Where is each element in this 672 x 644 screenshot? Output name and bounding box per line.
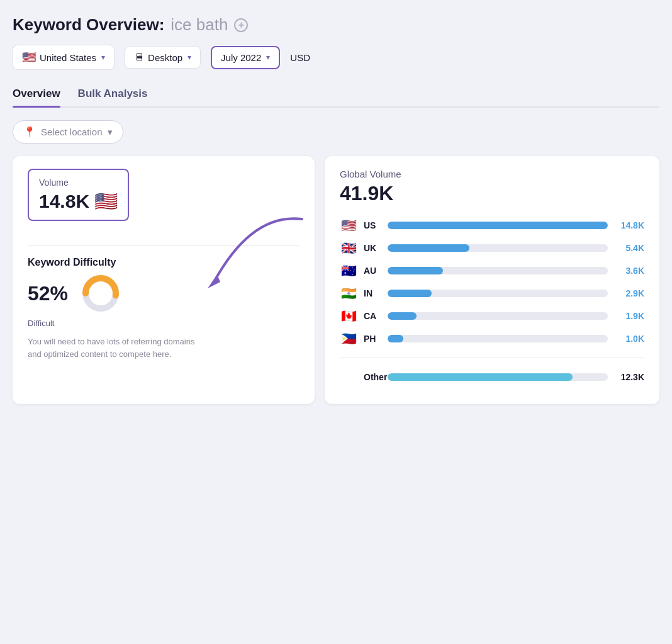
kd-percent: 52% (28, 282, 68, 305)
divider (28, 245, 300, 246)
tabs: Overview Bulk Analysis (13, 88, 659, 108)
us-bar-container (388, 222, 608, 229)
au-bar-container (388, 267, 608, 274)
au-value: 3.6K (614, 266, 644, 276)
au-flag: 🇦🇺 (340, 263, 357, 278)
country-chevron-icon: ▾ (101, 53, 105, 62)
other-value: 12.3K (614, 372, 644, 382)
in-value: 2.9K (614, 288, 644, 298)
page-title: Keyword Overview: ice bath + (13, 15, 659, 35)
volume-keyword-difficulty-card: Volume 14.8K 🇺🇸 Keyword Difficulty 52% D… (13, 156, 315, 404)
ca-bar-fill (388, 312, 417, 320)
uk-bar-container (388, 244, 608, 252)
date-selector[interactable]: July 2022 ▾ (211, 46, 280, 69)
ph-bar-container (388, 335, 608, 342)
title-prefix: Keyword Overview: (13, 15, 164, 35)
kd-row: 52% (28, 273, 300, 314)
country-selector[interactable]: 🇺🇸 United States ▾ (13, 45, 115, 70)
country-row-ph: 🇵🇭 PH 1.0K (340, 331, 644, 346)
in-bar-fill (388, 290, 432, 297)
global-volume-card: Global Volume 41.9K 🇺🇸 US 14.8K 🇬🇧 UK 5.… (325, 156, 659, 404)
country-label: United States (40, 52, 96, 63)
device-selector[interactable]: Desktop ▾ (125, 46, 201, 69)
us-flag: 🇺🇸 (340, 218, 357, 233)
volume-box: Volume 14.8K 🇺🇸 (28, 169, 129, 221)
in-code: IN (364, 288, 381, 298)
tab-overview[interactable]: Overview (13, 88, 60, 106)
us-code: US (364, 220, 381, 230)
device-label: Desktop (148, 52, 182, 63)
toolbar: 🇺🇸 United States ▾ Desktop ▾ July 2022 ▾… (13, 45, 659, 70)
date-chevron-icon: ▾ (266, 53, 270, 62)
other-bar-fill (388, 373, 573, 381)
other-label: Other (364, 372, 381, 382)
date-label: July 2022 (221, 52, 261, 63)
ph-bar-fill (388, 335, 403, 342)
location-chevron-icon: ▾ (108, 127, 113, 138)
cards-container: Volume 14.8K 🇺🇸 Keyword Difficulty 52% D… (13, 156, 659, 404)
us-value: 14.8K (614, 220, 644, 230)
au-code: AU (364, 266, 381, 276)
device-chevron-icon: ▾ (188, 53, 191, 62)
kd-rating: Difficult (28, 319, 300, 328)
country-row-ca: 🇨🇦 CA 1.9K (340, 308, 644, 324)
monitor-icon (134, 52, 144, 63)
country-flag: 🇺🇸 (22, 50, 36, 64)
currency-label: USD (290, 52, 310, 63)
country-row-uk: 🇬🇧 UK 5.4K (340, 240, 644, 256)
volume-label: Volume (39, 178, 118, 188)
ca-code: CA (364, 311, 381, 321)
add-keyword-icon[interactable]: + (234, 18, 248, 32)
global-volume-label: Global Volume (340, 169, 644, 179)
kd-label: Keyword Difficulty (28, 257, 300, 268)
us-bar-fill (388, 222, 608, 229)
uk-bar-fill (388, 244, 469, 252)
ph-flag: 🇵🇭 (340, 331, 357, 346)
global-divider (340, 358, 644, 358)
au-bar-fill (388, 267, 443, 274)
uk-flag: 🇬🇧 (340, 240, 357, 256)
kd-donut-chart (81, 273, 121, 314)
in-flag: 🇮🇳 (340, 286, 357, 301)
in-bar-container (388, 290, 608, 297)
location-select-dropdown[interactable]: 📍 Select location ▾ (13, 120, 123, 144)
ca-flag: 🇨🇦 (340, 308, 357, 324)
us-flag-icon: 🇺🇸 (94, 190, 118, 212)
country-row-us: 🇺🇸 US 14.8K (340, 218, 644, 233)
volume-value: 14.8K 🇺🇸 (39, 190, 118, 212)
country-row-in: 🇮🇳 IN 2.9K (340, 286, 644, 301)
global-volume-value: 41.9K (340, 182, 644, 205)
other-bar-container (388, 373, 608, 381)
ca-bar-container (388, 312, 608, 320)
kd-description: You will need to have lots of referring … (28, 336, 204, 360)
ph-code: PH (364, 334, 381, 344)
ph-value: 1.0K (614, 334, 644, 344)
keyword-text: ice bath (171, 15, 228, 35)
uk-value: 5.4K (614, 243, 644, 253)
location-placeholder: Select location (41, 127, 103, 137)
uk-code: UK (364, 243, 381, 253)
ca-value: 1.9K (614, 311, 644, 321)
country-row-other: 🏳 Other 12.3K (340, 370, 644, 384)
tab-bulk-analysis[interactable]: Bulk Analysis (78, 88, 148, 106)
country-row-au: 🇦🇺 AU 3.6K (340, 263, 644, 278)
location-icon: 📍 (23, 126, 36, 138)
